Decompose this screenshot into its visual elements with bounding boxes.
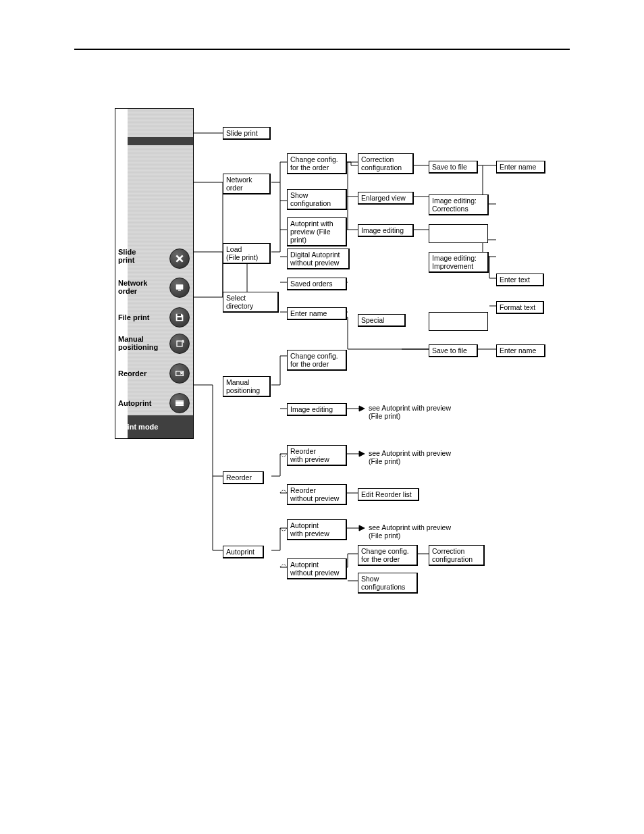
box-image-editing-improvement: Image editing:Improvement (429, 252, 489, 273)
svg-rect-0 (176, 284, 184, 289)
svg-marker-9 (359, 406, 365, 411)
floppy-icon[interactable] (169, 307, 190, 328)
x-icon[interactable] (169, 249, 190, 269)
sidebar-texture (128, 109, 193, 438)
box-change-config-3: Change config.for the order (358, 545, 418, 566)
diagram: Slideprint Networkorder File print Manua… (115, 108, 574, 608)
sidebar-top-bar (128, 137, 193, 145)
sidebar-print-mode: Slideprint Networkorder File print Manua… (115, 108, 194, 439)
rotate-icon[interactable] (169, 334, 190, 354)
box-change-config-2: Change config.for the order (287, 350, 347, 371)
box-slide-print: Slide print (223, 127, 271, 140)
box-show-configurations: Showconfigurations (358, 573, 418, 594)
box-autoprint-without-preview: Autoprintwithout preview (287, 558, 347, 579)
monitor-icon[interactable] (169, 278, 190, 298)
frame-x-icon[interactable] (169, 363, 190, 384)
box-autoprint: Autoprint (223, 546, 264, 558)
box-correction-configuration-2: Correctionconfiguration (429, 545, 485, 566)
box-reorder: Reorder (223, 471, 264, 484)
box-load-file-print: Load(File print) (223, 243, 271, 264)
box-change-config-1: Change config.for the order (287, 153, 347, 174)
svg-rect-6 (176, 401, 184, 405)
svg-rect-3 (178, 317, 182, 320)
svg-marker-10 (359, 451, 365, 457)
sidebar-label-network-order: Networkorder (118, 279, 147, 295)
box-reorder-without-preview: Reorderwithout preview (287, 484, 347, 505)
box-autoprint-with-preview: Autoprintwith preview (287, 519, 347, 540)
box-special: Special (358, 314, 406, 327)
box-enter-name-2: Enter name (496, 344, 545, 357)
box-select-directory: Select directory (223, 292, 279, 313)
svg-rect-8 (176, 405, 184, 406)
box-blank-1 (429, 224, 488, 243)
box-autoprint-preview-fp: Autoprint withpreview (Fileprint) (287, 217, 347, 246)
sidebar-label-file-print: File print (118, 313, 149, 321)
box-enter-name-1: Enter name (287, 307, 347, 320)
sidebar-label-slide-print: Slideprint (118, 248, 136, 264)
box-save-to-file-1: Save to file (429, 161, 478, 174)
sidebar-label-manual-positioning: Manualpositioning (118, 335, 158, 351)
svg-rect-4 (177, 341, 182, 346)
box-manual-positioning: Manualpositioning (223, 376, 271, 397)
annot-see-autoprint-3: see Autoprint with preview(File print) (369, 523, 451, 540)
box-reorder-with-preview: Reorderwith preview (287, 445, 347, 466)
box-blank-2 (429, 312, 488, 331)
box-correction-configuration: Correctionconfiguration (358, 153, 414, 174)
svg-marker-11 (359, 525, 365, 531)
box-enter-name-top: Enter name (496, 161, 545, 174)
box-network-order: Networkorder (223, 174, 271, 194)
box-image-editing-corrections: Image editing:Corrections (429, 194, 489, 215)
box-enlarged-view: Enlarged view (358, 192, 414, 205)
svg-rect-2 (178, 314, 181, 316)
box-show-configuration: Showconfiguration (287, 189, 347, 210)
box-saved-orders: Saved orders (287, 278, 347, 290)
sidebar-label-reorder: Reorder (118, 369, 146, 377)
annot-see-autoprint-2: see Autoprint with preview(File print) (369, 449, 451, 465)
box-digital-autoprint-no-preview: Digital Autoprintwithout preview (287, 249, 350, 269)
sidebar-label-autoprint: Autoprint (118, 399, 151, 407)
box-image-editing: Image editing (358, 224, 414, 237)
page: Slideprint Networkorder File print Manua… (0, 0, 644, 834)
top-divider (74, 49, 570, 50)
box-save-to-file-2: Save to file (429, 344, 478, 357)
svg-rect-1 (178, 290, 181, 290)
box-edit-reorder-list: Edit Reorder list (358, 488, 419, 501)
svg-rect-7 (176, 400, 184, 401)
box-format-text: Format text (496, 301, 544, 314)
sidebar-bottom-label: Print mode (119, 423, 158, 431)
annot-see-autoprint-1: see Autoprint with preview(File print) (369, 404, 451, 420)
filmstrip-icon[interactable] (169, 393, 190, 413)
box-enter-text: Enter text (496, 273, 544, 286)
box-image-editing-2: Image editing (287, 403, 347, 416)
